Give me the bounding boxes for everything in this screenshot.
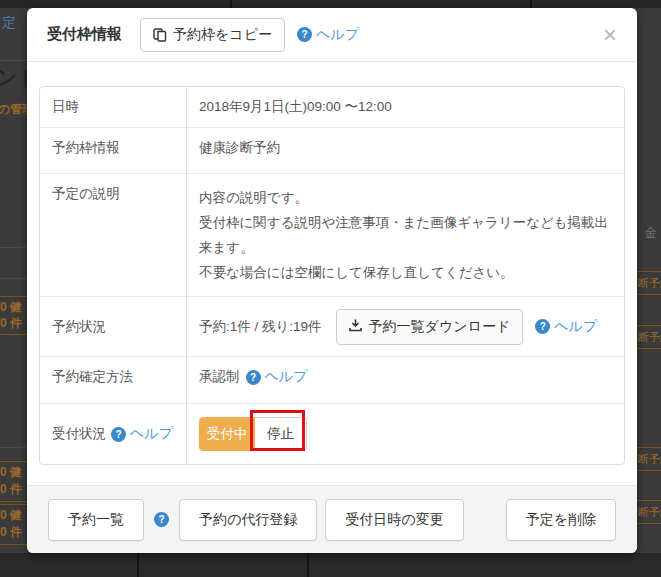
background-event-border [637,523,661,524]
reservation-status-help-link[interactable]: ? ヘルプ [535,318,597,336]
copy-slot-button[interactable]: 予約枠をコピー [140,18,285,52]
background-event-count: 0 件 [0,481,22,498]
table-row-reservation-status: 予約状況 予約:1件 / 残り:19件 予約一覧ダウンロード ? ヘルプ [40,297,624,357]
background-event-border [637,447,661,448]
header-help-link[interactable]: ? ヘルプ [297,26,359,44]
modal-footer: 予約一覧 ? 予約の代行登録 受付日時の変更 予定を削除 [27,485,637,553]
background-column-divider [307,553,309,577]
help-icon: ? [246,370,261,385]
acceptance-status-label: 受付状況 [52,425,106,443]
background-calendar-line [0,247,27,248]
help-icon[interactable]: ? [154,512,169,527]
modal-header: 受付枠情報 予約枠をコピー ? ヘルプ × [27,8,637,62]
download-icon [349,319,362,335]
help-icon: ? [111,427,126,442]
background-event-count: 0 健 [0,507,22,524]
description-line: 受付枠に関する説明や注意事項・また画像ギャラリーなども掲載出来ます。 [199,210,612,260]
background-event-count: 0 件 [0,524,22,541]
description-line: 内容の説明です。 [199,185,612,210]
table-row-confirmation-method: 予約確定方法 承認制 ? ヘルプ [40,357,624,404]
row-label: 受付状況 ? ヘルプ [40,404,187,464]
background-event-border [0,461,27,462]
background-column-divider [530,0,532,8]
acceptance-status-help-link[interactable]: ? ヘルプ [111,425,173,443]
background-event-border [0,296,27,297]
reception-slot-info-modal: 受付枠情報 予約枠をコピー ? ヘルプ × 日時 2018年9月1日(土)09:… [27,8,637,553]
background-event-border [637,325,661,326]
change-datetime-button[interactable]: 受付日時の変更 [325,499,463,541]
background-event-label: 断予約 [638,330,661,345]
copy-slot-button-label: 予約枠をコピー [173,26,272,44]
background-event-border [637,294,661,295]
background-divider [0,60,27,61]
description-value: 内容の説明です。 受付枠に関する説明や注意事項・また画像ギャラリーなども掲載出来… [187,174,624,296]
reservation-list-button[interactable]: 予約一覧 [48,499,144,541]
description-line: 不要な場合には空欄にして保存し直してください。 [199,260,612,285]
help-icon: ? [297,27,312,42]
background-calendar-line [0,278,27,279]
proxy-registration-button[interactable]: 予約の代行登録 [179,499,317,541]
background-event-count: 0 健 [0,299,22,316]
acceptance-toggle-group: 受付中 停止 [199,417,307,451]
confirmation-method-help-link[interactable]: ? ヘルプ [246,368,308,386]
acceptance-status-value: 受付中 停止 [187,404,624,464]
datetime-value: 2018年9月1日(土)09:00 〜12:00 [187,87,624,127]
background-event-border [637,271,661,272]
download-button-label: 予約一覧ダウンロード [369,318,511,336]
reservation-counts: 予約:1件 / 残り:19件 [199,318,322,336]
background-calendar-line [0,447,27,448]
copy-icon [153,28,167,42]
help-link-label: ヘルプ [554,318,597,336]
help-link-label: ヘルプ [265,368,308,386]
row-label: 予約枠情報 [40,128,187,173]
help-link-label: ヘルプ [130,425,173,443]
background-event-count: 0 件 [0,315,22,332]
slot-name-value: 健康診断予約 [187,128,624,173]
background-nav-link: 定 [2,14,16,32]
stop-toggle-button[interactable]: 停止 [255,417,307,451]
background-column-divider [137,553,139,577]
row-label: 予約状況 [40,297,187,356]
confirmation-method-text: 承認制 [199,368,240,385]
background-event-label: 断予約 [638,276,661,291]
background-event-label: 断予約 [638,452,661,467]
row-label: 日時 [40,87,187,127]
background-event-border [0,334,27,335]
background-event-count: 0 健 [0,464,22,481]
table-row-description: 予定の説明 内容の説明です。 受付枠に関する説明や注意事項・また画像ギャラリーな… [40,174,624,297]
row-label: 予定の説明 [40,174,187,296]
background-column-divider [230,0,232,8]
table-row-acceptance-status: 受付状況 ? ヘルプ 受付中 停止 [40,404,624,464]
background-event-border [637,348,661,349]
slot-info-table: 日時 2018年9月1日(土)09:00 〜12:00 予約枠情報 健康診断予約… [39,86,625,465]
help-icon: ? [535,319,550,334]
confirmation-method-value: 承認制 ? ヘルプ [187,357,624,403]
background-event-label: 断予約 [638,505,661,520]
background-page-bottom [0,553,661,577]
delete-schedule-button[interactable]: 予定を削除 [506,499,616,541]
modal-title: 受付枠情報 [47,25,122,44]
background-weekday-header: 金 [644,224,657,242]
background-event-border [0,501,27,502]
accepting-toggle-button[interactable]: 受付中 [199,417,255,451]
table-row-datetime: 日時 2018年9月1日(土)09:00 〜12:00 [40,87,624,128]
background-event-border [637,500,661,501]
background-event-border [0,504,27,505]
background-event-border [637,470,661,471]
close-icon[interactable]: × [603,23,617,47]
reservation-status-value: 予約:1件 / 残り:19件 予約一覧ダウンロード ? ヘルプ [187,297,624,356]
background-event-border [0,544,27,545]
background-page-topbar [0,0,661,8]
help-link-label: ヘルプ [316,26,359,44]
table-row-slot-name: 予約枠情報 健康診断予約 [40,128,624,174]
row-label: 予約確定方法 [40,357,187,403]
download-reservation-list-button[interactable]: 予約一覧ダウンロード [336,309,524,345]
